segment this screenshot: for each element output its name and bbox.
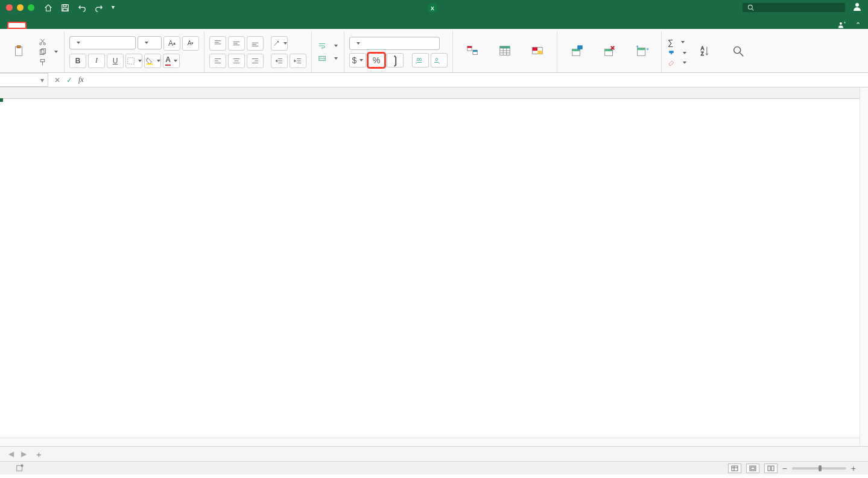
undo-icon[interactable] bbox=[78, 4, 86, 12]
tab-view[interactable] bbox=[128, 24, 145, 29]
increase-indent-button[interactable] bbox=[290, 54, 306, 68]
fill-button[interactable] bbox=[667, 49, 688, 57]
font-color-button[interactable]: A bbox=[163, 54, 180, 68]
svg-rect-22 bbox=[467, 46, 472, 48]
svg-text:Z: Z bbox=[701, 51, 704, 57]
svg-text:+: + bbox=[844, 21, 846, 25]
tab-developer[interactable] bbox=[145, 24, 162, 29]
fill-color-icon bbox=[145, 57, 154, 65]
svg-rect-46 bbox=[771, 466, 774, 471]
wrap-text-icon bbox=[318, 42, 326, 50]
decrease-font-button[interactable]: A▾ bbox=[182, 36, 199, 51]
sheet-nav-next[interactable]: ▶ bbox=[17, 450, 30, 458]
currency-button[interactable]: $ bbox=[349, 53, 366, 68]
decrease-decimal-button[interactable]: .0 bbox=[431, 53, 448, 68]
align-right-button[interactable] bbox=[247, 54, 264, 68]
page-layout-view-button[interactable] bbox=[746, 464, 759, 473]
border-button[interactable] bbox=[125, 54, 142, 68]
add-sheet-button[interactable]: + bbox=[30, 449, 48, 459]
font-name-select[interactable] bbox=[69, 36, 136, 49]
align-top-button[interactable] bbox=[209, 36, 226, 51]
sheet-nav-prev[interactable]: ◀ bbox=[5, 450, 17, 458]
fill-color-button[interactable] bbox=[144, 54, 161, 68]
align-middle-button[interactable] bbox=[228, 36, 245, 51]
sort-filter-button[interactable]: AZ bbox=[691, 45, 720, 60]
home-icon[interactable] bbox=[44, 4, 52, 12]
increase-font-button[interactable]: A▴ bbox=[163, 36, 180, 51]
svg-point-6 bbox=[855, 3, 859, 7]
cut-button[interactable] bbox=[37, 37, 59, 46]
close-window-icon[interactable] bbox=[6, 4, 13, 11]
macro-record-icon[interactable] bbox=[16, 464, 24, 473]
percent-button[interactable]: % bbox=[368, 53, 385, 68]
format-as-table-button[interactable] bbox=[490, 45, 519, 60]
search-sheet-input[interactable] bbox=[743, 3, 845, 12]
align-center-button[interactable] bbox=[228, 54, 245, 68]
redo-icon[interactable] bbox=[95, 4, 103, 12]
svg-text:X: X bbox=[431, 5, 434, 11]
qat-dropdown-icon[interactable]: ▾ bbox=[112, 4, 115, 12]
user-icon[interactable] bbox=[852, 2, 862, 13]
tab-page-layout[interactable] bbox=[60, 24, 77, 29]
sort-filter-icon: AZ bbox=[699, 45, 712, 58]
conditional-formatting-button[interactable] bbox=[458, 45, 487, 60]
comma-button[interactable]: ❳ bbox=[387, 53, 404, 68]
increase-decimal-icon: .00 bbox=[415, 56, 426, 64]
wrap-text-button[interactable] bbox=[317, 41, 339, 51]
svg-point-11 bbox=[40, 43, 42, 45]
align-middle-icon bbox=[232, 39, 241, 48]
cut-icon bbox=[39, 38, 46, 46]
name-box[interactable]: ▾ bbox=[0, 73, 48, 87]
fill-down-icon bbox=[668, 49, 675, 57]
autosum-button[interactable]: ∑ bbox=[667, 37, 688, 48]
maximize-window-icon[interactable] bbox=[28, 4, 34, 11]
minimize-window-icon[interactable] bbox=[17, 4, 24, 11]
tab-formulas[interactable] bbox=[77, 24, 94, 29]
insert-cells-button[interactable] bbox=[562, 45, 591, 60]
normal-view-button[interactable] bbox=[728, 464, 741, 473]
zoom-out-button[interactable]: − bbox=[782, 464, 787, 473]
number-format-select[interactable] bbox=[349, 37, 440, 50]
font-size-select[interactable] bbox=[138, 36, 162, 49]
spreadsheet-grid[interactable] bbox=[0, 87, 868, 446]
align-bottom-button[interactable] bbox=[247, 36, 264, 51]
horizontal-scrollbar[interactable] bbox=[0, 438, 860, 446]
svg-rect-45 bbox=[768, 466, 770, 471]
tab-draw[interactable] bbox=[43, 24, 60, 29]
merge-center-button[interactable] bbox=[317, 54, 339, 63]
align-left-button[interactable] bbox=[209, 54, 226, 68]
page-break-view-button[interactable] bbox=[764, 464, 778, 473]
sheet-tab-bar: ◀ ▶ + bbox=[0, 446, 868, 461]
find-select-button[interactable] bbox=[724, 45, 753, 60]
increase-decimal-button[interactable]: .00 bbox=[412, 53, 429, 68]
cell-styles-button[interactable] bbox=[523, 45, 552, 60]
orientation-button[interactable] bbox=[271, 36, 288, 51]
tab-review[interactable] bbox=[111, 24, 128, 29]
cancel-formula-icon[interactable]: ✕ bbox=[54, 76, 60, 84]
align-bottom-icon bbox=[251, 39, 259, 48]
paste-button[interactable] bbox=[5, 45, 34, 60]
decrease-indent-button[interactable] bbox=[271, 54, 288, 68]
zoom-in-button[interactable]: + bbox=[851, 464, 856, 473]
accept-formula-icon[interactable]: ✓ bbox=[66, 76, 72, 84]
svg-point-12 bbox=[43, 43, 45, 45]
tab-home[interactable] bbox=[7, 22, 27, 29]
vertical-scrollbar[interactable] bbox=[860, 87, 868, 446]
save-icon[interactable] bbox=[61, 4, 69, 12]
tab-data[interactable] bbox=[94, 24, 111, 29]
format-cells-button[interactable] bbox=[627, 45, 656, 60]
share-button[interactable]: + bbox=[838, 21, 848, 29]
collapse-ribbon-icon[interactable]: ⌃ bbox=[855, 21, 861, 29]
zoom-slider[interactable] bbox=[792, 467, 846, 470]
delete-cells-button[interactable] bbox=[595, 45, 624, 60]
bold-button[interactable]: B bbox=[69, 54, 86, 68]
copy-button[interactable] bbox=[37, 48, 59, 57]
styles-group bbox=[453, 31, 557, 72]
underline-button[interactable]: U bbox=[107, 54, 124, 68]
italic-button[interactable]: I bbox=[88, 54, 105, 68]
tab-insert[interactable] bbox=[27, 24, 43, 29]
namebox-dropdown-icon[interactable]: ▾ bbox=[40, 76, 44, 84]
clear-button[interactable] bbox=[667, 58, 688, 67]
format-painter-button[interactable] bbox=[37, 58, 59, 67]
svg-rect-44 bbox=[751, 467, 755, 470]
